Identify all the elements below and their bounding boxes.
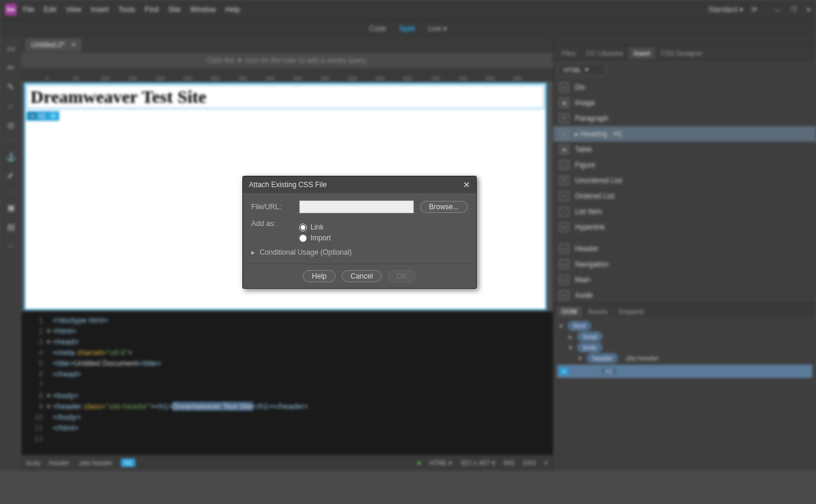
crop-tool[interactable]: ✂ <box>5 62 16 73</box>
dialog-titlebar[interactable]: Attach Existing CSS File ✕ <box>243 176 476 193</box>
browse-button[interactable]: Browse... <box>420 201 468 213</box>
dom-tab-assets[interactable]: Assets <box>583 306 613 317</box>
insert-paragraph[interactable]: ¶Paragraph <box>553 111 816 126</box>
cancel-button[interactable]: Cancel <box>342 270 382 282</box>
screen-tool[interactable]: ▤ <box>5 221 16 232</box>
code-line[interactable]: 9▾<header class="site-header"><h1>Dreamw… <box>22 401 553 412</box>
doctype-selector[interactable]: HTML ▾ <box>430 459 453 467</box>
menu-find[interactable]: Find <box>145 5 159 14</box>
code-line[interactable]: 10</body> <box>22 412 553 423</box>
insert-header[interactable]: ▭Header <box>553 241 816 256</box>
conditional-usage-toggle[interactable]: ▸ Conditional Usage (Optional) <box>251 248 468 256</box>
dialog-close-icon[interactable]: ✕ <box>463 180 470 190</box>
help-button[interactable]: Help <box>303 270 336 282</box>
heading-h1[interactable]: Dreamweaver Test Site <box>31 87 540 107</box>
document-tab[interactable]: Untitled-2* × <box>25 38 81 51</box>
insert-main[interactable]: ▭Main <box>553 272 816 288</box>
maximize-button[interactable]: ❐ <box>790 6 796 14</box>
insert-ordered[interactable]: ≡Ordered List <box>553 188 816 204</box>
menu-help[interactable]: Help <box>226 5 240 14</box>
insert-image[interactable]: ▣Image <box>553 95 816 111</box>
menu-edit[interactable]: Edit <box>44 5 56 14</box>
code-line[interactable]: 1<!doctype html> <box>22 315 553 326</box>
view-switcher: Code Split Live ▾ <box>0 19 816 37</box>
breadcrumb-selected[interactable]: h1 <box>121 459 135 467</box>
selection-tool[interactable]: ▭ <box>5 43 16 54</box>
dom-node-head[interactable]: head <box>577 332 602 341</box>
dom-node-html[interactable]: html <box>568 321 591 331</box>
menu-view[interactable]: View <box>66 5 81 14</box>
menu-file[interactable]: File <box>23 5 34 14</box>
dom-node-h1[interactable]: h1 <box>600 366 618 376</box>
titlebar: Dw FileEditViewInsertToolsFindSiteWindow… <box>0 0 816 19</box>
dom-add-button[interactable]: + <box>559 368 569 375</box>
element-tag-badge[interactable]: ≡ h1 + <box>26 111 59 121</box>
breadcrumb-body[interactable]: body <box>26 459 41 466</box>
insert-navigation[interactable]: ▭Navigation <box>553 256 816 272</box>
workspace-selector[interactable]: Standard ▾ <box>708 5 743 14</box>
viewport-size[interactable]: 921 x 457 ▾ <box>461 459 495 467</box>
code-line[interactable]: 6</head> <box>22 369 553 380</box>
menu-site[interactable]: Site <box>168 5 181 14</box>
code-line[interactable]: 2▾<html> <box>22 326 553 337</box>
status-menu-icon[interactable]: ≡ <box>544 459 548 466</box>
code-line[interactable]: 7 <box>22 380 553 390</box>
view-code[interactable]: Code <box>369 25 386 33</box>
dropper-tool[interactable]: ✎ <box>5 81 16 92</box>
sync-icon[interactable]: ⟳ <box>751 5 757 14</box>
code-line[interactable]: 5<title>Untitled Document</title> <box>22 358 553 369</box>
panel-tab-cc-libraries[interactable]: CC Libraries <box>581 47 628 59</box>
radio-import[interactable]: Import <box>299 234 468 242</box>
insert-category[interactable]: HTML ▾ <box>558 63 606 76</box>
radio-link[interactable]: Link <box>299 223 468 231</box>
ok-button[interactable]: OK <box>388 270 416 282</box>
insert-unordered[interactable]: ☰Unordered List <box>553 173 816 188</box>
cursor-position: 9:63 <box>523 459 535 466</box>
anchor-tool[interactable]: ⚓ <box>5 151 16 162</box>
panel-tab-insert[interactable]: Insert <box>629 47 655 59</box>
file-url-label: File/URL: <box>251 203 293 211</box>
breadcrumb-header[interactable]: header <box>49 459 69 466</box>
dom-tab-snippets[interactable]: Snippets <box>614 306 649 317</box>
panel-tab-css-designer[interactable]: CSS Designer <box>656 47 708 59</box>
device-tool[interactable]: ▣ <box>5 202 16 213</box>
insert-aside[interactable]: ▭Aside <box>553 288 816 303</box>
tag-badge-add-icon[interactable]: + <box>50 112 57 120</box>
dom-tab-dom[interactable]: DOM <box>557 306 582 317</box>
dom-tree[interactable]: ▾html ▸head ▾body ▾header.site-header + … <box>553 317 816 471</box>
insert-list[interactable]: •List Item <box>553 204 816 219</box>
close-button[interactable]: ✕ <box>806 6 811 14</box>
menu-tools[interactable]: Tools <box>118 5 135 14</box>
insert-hyperlink[interactable]: ∞Hyperlink <box>553 219 816 235</box>
dom-node-body[interactable]: body <box>577 343 602 352</box>
code-line[interactable]: 12 <box>22 433 553 444</box>
panel-handle[interactable] <box>553 37 816 45</box>
insert-icon: ▭ <box>559 83 569 92</box>
file-url-input[interactable] <box>299 200 414 213</box>
code-line[interactable]: 4<meta charset="utf-8"> <box>22 347 553 358</box>
breadcrumb-class[interactable]: .site-header <box>78 459 112 466</box>
left-toolbar: ▭✂✎⟋◎⚓✐▣▤··· <box>0 37 22 471</box>
ruler[interactable]: 0501001502002503003504004505005506006507… <box>22 68 553 81</box>
dom-panel: DOMAssetsSnippets ▾html ▸head ▾body ▾hea… <box>553 303 816 471</box>
insert-heading[interactable]: H▸ Heading : H1 <box>553 126 816 142</box>
minimize-button[interactable]: — <box>774 6 781 14</box>
menu-window[interactable]: Window <box>190 5 216 14</box>
code-line[interactable]: 8▾<body> <box>22 390 553 401</box>
brush-tool[interactable]: ✐ <box>5 170 16 181</box>
slash-tool[interactable]: ⟋ <box>5 100 16 111</box>
code-line[interactable]: 11</html> <box>22 423 553 433</box>
insert-div[interactable]: ▭Div <box>553 80 816 95</box>
code-view[interactable]: 1<!doctype html>2▾<html>3▾<head>4<meta c… <box>22 311 553 455</box>
insert-figure[interactable]: ▢Figure <box>553 157 816 173</box>
dom-node-header[interactable]: header <box>587 353 618 363</box>
ellipsis-tool[interactable]: ··· <box>5 240 16 251</box>
view-split[interactable]: Split <box>400 25 415 33</box>
code-line[interactable]: 3▾<head> <box>22 337 553 347</box>
close-tab-icon[interactable]: × <box>71 41 75 49</box>
target-tool[interactable]: ◎ <box>5 120 16 130</box>
insert-table[interactable]: ▦Table <box>553 142 816 157</box>
menu-insert[interactable]: Insert <box>91 5 109 14</box>
view-live[interactable]: Live ▾ <box>428 25 447 33</box>
panel-tab-files[interactable]: Files <box>557 47 580 59</box>
